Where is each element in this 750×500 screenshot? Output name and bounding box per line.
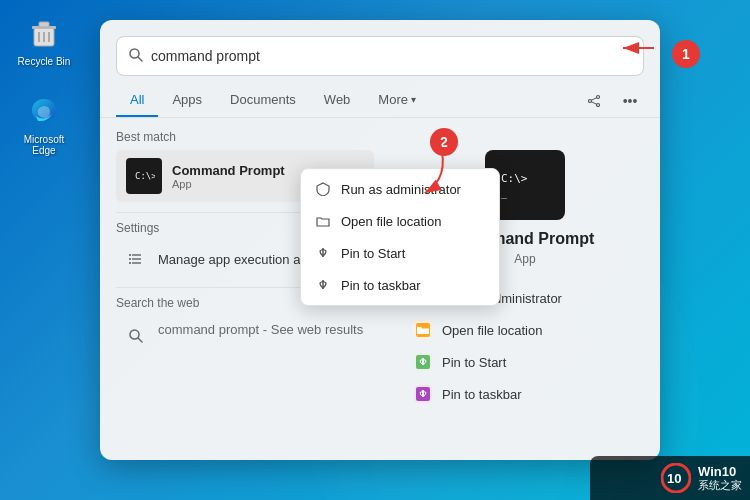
right-ctx-open-location[interactable]: Open file location [406,314,644,346]
app-preview-type: App [514,252,535,266]
search-bar[interactable]: command prompt [116,36,644,76]
more-options-button[interactable]: ••• [616,87,644,115]
share-button[interactable] [580,87,608,115]
ctx-pin-taskbar[interactable]: Pin to taskbar [301,269,499,301]
annotation-circle-2: 2 [430,128,458,156]
svg-point-22 [129,258,131,260]
context-menu: Run as administrator Open file location [300,168,500,306]
ctx-open-location-label: Open file location [341,214,441,229]
svg-text:10: 10 [667,471,681,486]
start-menu: command prompt 1 All Apps Documents Web … [100,20,660,460]
right-ctx-pin-taskbar[interactable]: Pin to taskbar [406,378,644,410]
pin-icon-right-2 [414,385,432,403]
tab-more[interactable]: More ▾ [364,84,430,117]
ctx-run-admin[interactable]: Run as administrator [301,173,499,205]
search-input-value: command prompt [151,48,631,64]
folder-icon-right [414,321,432,339]
chevron-down-icon: ▾ [411,94,416,105]
content-area: Best match C:\>_ Command Prompt App [100,118,660,468]
svg-point-23 [129,262,131,264]
svg-text:_: _ [501,187,508,199]
command-prompt-icon: C:\>_ [126,158,162,194]
svg-line-25 [138,338,142,342]
taskbar-brand: Win10 [698,464,742,480]
svg-line-15 [591,101,597,104]
taskbar-text: Win10 系统之家 [698,464,742,493]
svg-line-8 [138,57,142,61]
edge-icon [26,94,62,130]
tabs-row: All Apps Documents Web More ▾ [100,84,660,118]
svg-point-21 [129,254,131,256]
recycle-bin-label: Recycle Bin [18,56,71,67]
svg-rect-29 [495,160,555,210]
tab-documents[interactable]: Documents [216,84,310,117]
right-ctx-pin-start[interactable]: Pin to Start [406,346,644,378]
edge-label: Microsoft Edge [16,134,72,156]
shield-icon-ctx [315,181,331,197]
web-search-text: command prompt - See web results [158,322,363,337]
svg-text:C:\>_: C:\>_ [135,171,155,181]
folder-icon-ctx [315,213,331,229]
svg-rect-2 [39,22,49,27]
taskbar-logo: 10 [660,462,692,494]
recycle-bin-icon [26,16,62,52]
desktop-icon-recycle-bin[interactable]: Recycle Bin [12,12,76,71]
taskbar-subtitle: 系统之家 [698,479,742,492]
ctx-pin-start-label: Pin to Start [341,246,405,261]
pin-icon-right-1 [414,353,432,371]
ctx-pin-taskbar-label: Pin to taskbar [341,278,421,293]
pin-icon-ctx-1 [315,245,331,261]
desktop: Recycle Bin Microsoft Edge [0,0,750,500]
best-match-label: Best match [116,130,374,144]
tab-apps[interactable]: Apps [158,84,216,117]
svg-text:C:\>: C:\> [501,172,528,185]
ellipsis-icon: ••• [623,93,638,109]
list-icon [124,247,148,271]
pin-icon-ctx-2 [315,277,331,293]
tab-web[interactable]: Web [310,84,365,117]
web-search-item[interactable]: command prompt - See web results [116,316,374,354]
svg-line-14 [591,97,597,100]
search-icon [129,48,143,65]
web-suffix: - See web results [259,322,363,337]
web-query: command prompt [158,322,259,337]
tab-all[interactable]: All [116,84,158,117]
tab-actions: ••• [580,87,644,115]
desktop-icon-edge[interactable]: Microsoft Edge [12,90,76,160]
ctx-open-location[interactable]: Open file location [301,205,499,237]
ctx-pin-start[interactable]: Pin to Start [301,237,499,269]
ctx-run-admin-label: Run as administrator [341,182,461,197]
annotation-circle-1: 1 [672,40,700,68]
magnifier-icon [124,324,148,348]
taskbar-badge: 10 Win10 系统之家 [590,456,750,500]
